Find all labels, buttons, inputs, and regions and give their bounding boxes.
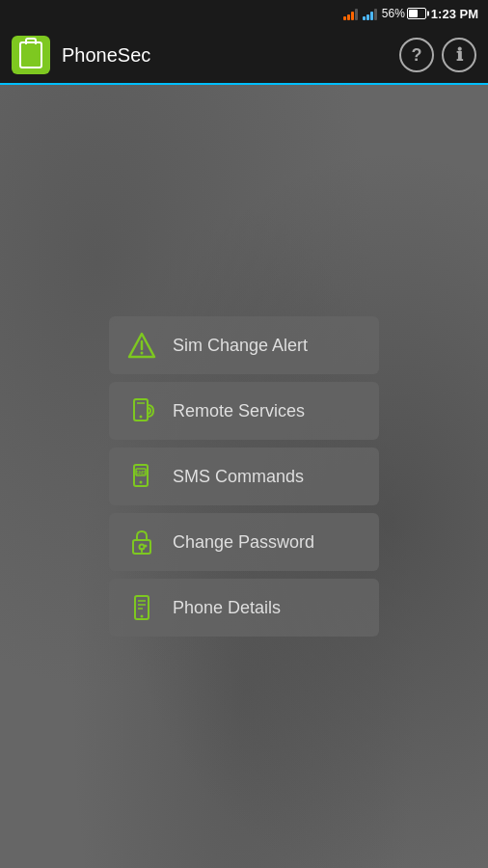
status-bar: 56% 1:23 PM [0, 0, 488, 27]
signal-bar [366, 14, 369, 20]
svg-text:SMS: SMS [136, 470, 148, 475]
info-icon: ℹ [456, 44, 463, 66]
app-title: PhoneSec [62, 44, 399, 67]
remote-services-label: Remote Services [173, 401, 305, 421]
signal-bar [374, 9, 377, 20]
app-bar: PhoneSec ? ℹ [0, 27, 488, 85]
phone-details-label: Phone Details [173, 598, 281, 618]
battery-indicator: 56% [382, 7, 426, 20]
svg-point-13 [145, 545, 148, 548]
phone-details-button[interactable]: Phone Details [109, 579, 379, 637]
signal-strength-1 [343, 7, 358, 20]
change-password-label: Change Password [173, 532, 314, 553]
help-button[interactable]: ? [399, 38, 434, 72]
main-content: Sim Change Alert Remote Services SMS SMS… [0, 85, 488, 868]
battery-fill [409, 10, 418, 17]
sms-commands-label: SMS Commands [173, 467, 304, 487]
signal-bar [370, 12, 373, 20]
signal-bar [343, 16, 346, 20]
app-logo-inner [19, 41, 42, 68]
signal-bar [355, 9, 358, 20]
svg-point-2 [141, 352, 144, 355]
info-button[interactable]: ℹ [442, 38, 476, 72]
help-icon: ? [412, 45, 422, 66]
signal-bar [351, 12, 354, 20]
lock-icon [124, 525, 159, 559]
warning-triangle-icon [124, 328, 159, 363]
signal-bar [347, 14, 350, 20]
app-bar-actions: ? ℹ [399, 38, 476, 72]
signal-bar [363, 16, 366, 20]
app-logo [12, 36, 50, 74]
sms-phone-icon: SMS [124, 459, 159, 494]
svg-point-15 [141, 615, 144, 618]
status-bar-right: 56% 1:23 PM [343, 7, 478, 21]
sms-commands-button[interactable]: SMS SMS Commands [109, 448, 379, 505]
phone-details-icon [124, 590, 159, 625]
remote-services-button[interactable]: Remote Services [109, 382, 379, 440]
phone-remote-icon [124, 393, 159, 428]
status-time: 1:23 PM [431, 7, 478, 21]
battery-icon [407, 8, 426, 19]
sim-change-alert-label: Sim Change Alert [173, 336, 308, 356]
signal-strength-2 [363, 7, 377, 20]
sim-change-alert-button[interactable]: Sim Change Alert [109, 316, 379, 374]
battery-percent: 56% [382, 7, 405, 20]
change-password-button[interactable]: Change Password [109, 513, 379, 571]
svg-point-7 [140, 481, 143, 484]
svg-point-5 [140, 416, 143, 419]
